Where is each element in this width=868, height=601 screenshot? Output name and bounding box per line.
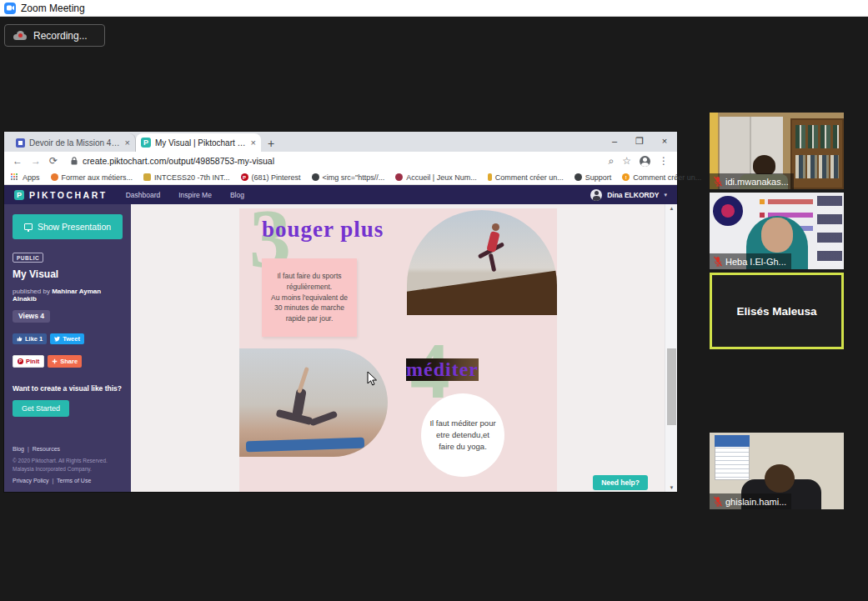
globe-favicon	[574, 173, 582, 181]
apps-shortcut[interactable]: Apps	[11, 173, 40, 182]
presentation-icon	[24, 223, 33, 230]
bookmark-favicon	[395, 173, 403, 181]
participant-strip: idi.mwanakas... Heba I.El-Gh... Elisés M…	[710, 113, 844, 513]
tab-close-icon[interactable]: ×	[251, 138, 256, 148]
facebook-like-button[interactable]: Like 1	[13, 333, 47, 344]
close-button[interactable]: ×	[652, 132, 677, 152]
twitter-bird-icon	[54, 336, 60, 342]
need-help-button[interactable]: Need help?	[593, 475, 648, 490]
visual-info-sidebar: Show Presentation PUBLIC My Visual publi…	[4, 204, 131, 492]
zoom-meeting-window: Zoom Meeting Recording... Devoir de la M…	[0, 0, 868, 601]
social-row-2: P Pinit Share	[13, 355, 123, 368]
page-url: create.piktochart.com/output/49858753-my…	[83, 156, 274, 166]
piktochart-navbar: P PIKTOCHART Dashboard Inspire Me Blog D…	[4, 185, 677, 204]
browser-addressbar: ← → ⟳ create.piktochart.com/output/49858…	[4, 152, 677, 170]
shared-browser-window: Devoir de la Mission 4 : Création × P My…	[4, 132, 677, 492]
user-menu[interactable]: Dina ELKORDY ▾	[590, 189, 667, 201]
new-tab-button[interactable]: +	[268, 137, 274, 152]
footer-blog-link[interactable]: Blog	[13, 446, 24, 452]
participant-tile-heba[interactable]: Heba I.El-Gh...	[710, 193, 844, 269]
mouse-cursor	[367, 371, 378, 390]
addressbar-actions: ⌕ ☆ ⋮	[609, 155, 670, 167]
footer-resources-link[interactable]: Resources	[33, 446, 60, 452]
sidebar-footer: Blog | Resources © 2020 Piktochart. All …	[13, 445, 124, 486]
recording-label: Recording...	[33, 30, 88, 42]
zoom-app-icon	[4, 3, 16, 14]
bookmark-item[interactable]: Former aux métiers...	[51, 173, 133, 182]
participant-tile-elises[interactable]: Elisés Maleusa	[710, 273, 844, 349]
chevron-down-icon: ▾	[664, 192, 667, 198]
bookmarks-bar: Apps Former aux métiers... INTCESS20 -7t…	[4, 170, 677, 185]
nav-inspire-me[interactable]: Inspire Me	[178, 191, 212, 199]
recording-indicator[interactable]: Recording...	[4, 24, 105, 47]
zoom-titlebar: Zoom Meeting	[0, 0, 868, 17]
piktochart-logo[interactable]: P PIKTOCHART	[14, 190, 108, 200]
visual-viewer: 3 bouger plus Il faut faire du sports ré…	[131, 204, 665, 492]
apps-grid-icon	[11, 173, 19, 182]
scroll-up-icon[interactable]: ▲	[665, 206, 678, 211]
pinterest-favicon: P	[241, 173, 248, 181]
bookmark-item[interactable]: <img src="https//...	[312, 173, 385, 182]
forward-icon[interactable]: →	[31, 155, 41, 167]
browser-tabstrip: Devoir de la Mission 4 : Création × P My…	[4, 132, 677, 152]
tweet-button[interactable]: Tweet	[50, 333, 84, 344]
bookmark-item[interactable]: Accueil | Jeux Num...	[395, 173, 476, 182]
bookmark-favicon	[51, 173, 58, 181]
piktochart-logo-icon: P	[14, 190, 24, 200]
lock-icon	[71, 157, 78, 165]
url-field[interactable]: create.piktochart.com/output/49858753-my…	[66, 156, 600, 166]
pinit-button[interactable]: P Pinit	[13, 355, 44, 368]
kebab-menu-icon[interactable]: ⋮	[659, 155, 669, 167]
bookmark-item[interactable]: INTCESS20 -7th INT...	[143, 173, 230, 182]
bookmark-star-icon[interactable]: ☆	[622, 155, 631, 167]
tab-my-visual[interactable]: P My Visual | Piktochart Visual Edi... ×	[136, 133, 261, 152]
privacy-policy-link[interactable]: Privacy Policy	[13, 478, 49, 483]
views-badge: Views 4	[13, 310, 50, 323]
nav-blog[interactable]: Blog	[230, 191, 244, 199]
share-button[interactable]: Share	[48, 355, 82, 368]
show-presentation-button[interactable]: Show Presentation	[13, 214, 123, 239]
reload-icon[interactable]: ⟳	[49, 155, 58, 167]
profile-avatar-icon[interactable]	[640, 156, 650, 167]
terms-link[interactable]: Terms of Use	[57, 478, 91, 483]
bookmark-item[interactable]: !Comment créer un...	[622, 173, 701, 182]
scroll-down-icon[interactable]: ▼	[665, 485, 678, 490]
copyright-text: © 2020 Piktochart. All Rights Reserved. …	[13, 457, 124, 473]
nav-dashboard[interactable]: Dashboard	[126, 191, 161, 199]
share-plus-icon	[52, 358, 58, 364]
participant-name-label: idi.mwanakas...	[710, 173, 794, 189]
minimize-button[interactable]: –	[602, 132, 627, 152]
participant-tile-ghislain[interactable]: ghislain.hami...	[710, 433, 844, 509]
restore-button[interactable]: ❐	[627, 132, 652, 152]
back-icon[interactable]: ←	[13, 155, 23, 167]
muted-mic-icon	[714, 256, 722, 267]
get-started-button[interactable]: Get Started	[13, 400, 69, 417]
yoga-photo	[239, 348, 388, 457]
participant-name-label: Heba I.El-Gh...	[710, 253, 791, 269]
section3-note: Il faut faire du sports régulièrement. A…	[262, 258, 357, 337]
visual-title: My Visual	[13, 268, 123, 280]
tab-devoir-mission[interactable]: Devoir de la Mission 4 : Création ×	[11, 133, 136, 152]
browser-scrollbar[interactable]: ▲ ▼	[665, 204, 677, 492]
thumb-up-icon	[17, 336, 23, 342]
classroom-favicon	[16, 138, 25, 148]
cta-question: Want to create a visual like this?	[13, 384, 123, 393]
bookmark-item[interactable]: P(681) Pinterest	[241, 173, 301, 182]
window-title: Zoom Meeting	[21, 3, 85, 14]
piktochart-favicon: P	[141, 138, 151, 148]
runner-photo	[407, 210, 557, 315]
visibility-badge: PUBLIC	[13, 253, 43, 263]
bookmark-item[interactable]: Support	[574, 173, 612, 182]
participant-name-label: Elisés Maleusa	[736, 305, 816, 318]
muted-mic-icon	[714, 176, 722, 187]
globe-favicon	[312, 173, 319, 181]
section4-title: méditer	[406, 358, 479, 381]
tab-close-icon[interactable]: ×	[125, 138, 130, 148]
muted-mic-icon	[714, 496, 722, 507]
search-icon[interactable]: ⌕	[609, 155, 615, 167]
bookmark-favicon	[143, 173, 151, 181]
participant-tile-idi[interactable]: idi.mwanakas...	[710, 113, 844, 189]
bookmark-item[interactable]: Comment créer un...	[488, 173, 564, 182]
scrollbar-thumb[interactable]	[667, 348, 676, 425]
pinterest-icon: P	[18, 358, 23, 364]
